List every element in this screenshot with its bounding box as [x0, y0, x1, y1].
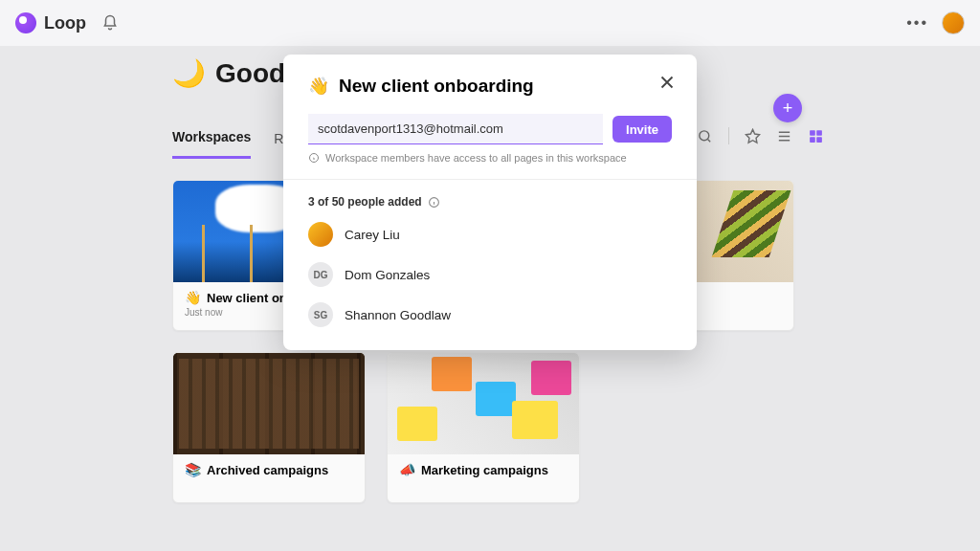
avatar: SG [308, 302, 333, 327]
count-label: 3 of 50 people added [308, 195, 422, 209]
modal-header: 👋 New client onboarding [308, 76, 672, 97]
list-item[interactable]: SG Shannon Goodlaw [308, 302, 672, 327]
access-hint: Workspace members have access to all pag… [308, 152, 672, 164]
people-list: Carey Liu DG Dom Gonzales SG Shannon Goo… [308, 222, 672, 327]
people-count: 3 of 50 people added [308, 195, 672, 209]
person-name: Carey Liu [345, 228, 400, 242]
invite-button[interactable]: Invite [612, 116, 672, 143]
close-icon[interactable] [657, 72, 678, 93]
list-item[interactable]: Carey Liu [308, 222, 672, 247]
avatar [308, 222, 333, 247]
hint-text: Workspace members have access to all pag… [325, 152, 627, 164]
modal-divider [283, 179, 697, 180]
info-icon [308, 152, 320, 164]
modal-title: New client onboarding [339, 76, 534, 97]
list-item[interactable]: DG Dom Gonzales [308, 262, 672, 287]
invite-modal: 👋 New client onboarding Invite Workspace… [283, 55, 697, 350]
person-name: Shannon Goodlaw [345, 308, 451, 322]
invite-row: Invite [308, 114, 672, 144]
avatar: DG [308, 262, 333, 287]
info-icon[interactable] [428, 196, 440, 209]
person-name: Dom Gonzales [345, 268, 430, 282]
wave-icon: 👋 [308, 76, 329, 97]
email-input[interactable] [308, 114, 603, 144]
